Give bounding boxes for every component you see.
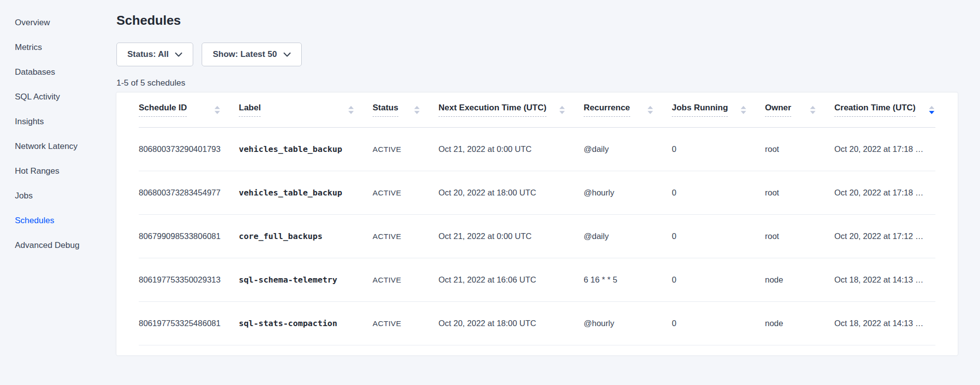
cell-creation-time: Oct 20, 2022 at 17:12 UTC <box>834 232 935 241</box>
table-row: 806800373283454977 vehicles_table_backup… <box>139 171 935 215</box>
cell-schedule-id: 806800373283454977 <box>139 188 239 197</box>
column-header-next-execution-time-utc[interactable]: Next Execution Time (UTC) <box>438 103 584 117</box>
sort-icon[interactable] <box>810 106 816 114</box>
results-count: 1-5 of 5 schedules <box>116 78 980 88</box>
cell-recurrence: @hourly <box>584 188 672 197</box>
cell-schedule-id: 806799098533806081 <box>139 232 239 241</box>
cell-recurrence: @hourly <box>584 319 672 328</box>
sort-icon[interactable] <box>559 106 565 114</box>
page-title: Schedules <box>116 13 980 28</box>
cell-recurrence: @daily <box>584 144 672 154</box>
sidebar-item-insights[interactable]: Insights <box>0 109 116 134</box>
table-row: 806799098533806081 core_full_backups ACT… <box>139 215 935 258</box>
cell-next-execution-time: Oct 20, 2022 at 18:00 UTC <box>438 188 584 197</box>
cell-creation-time: Oct 18, 2022 at 14:13 UTC <box>834 319 935 328</box>
table-row: 806197753325486081 sql-stats-compaction … <box>139 302 935 345</box>
cell-next-execution-time: Oct 20, 2022 at 18:00 UTC <box>438 319 584 328</box>
cell-jobs-running: 0 <box>672 275 765 285</box>
cell-next-execution-time: Oct 21, 2022 at 16:06 UTC <box>438 275 584 285</box>
cell-creation-time: Oct 20, 2022 at 17:18 UTC <box>834 188 935 197</box>
cell-owner: root <box>765 188 834 197</box>
column-header-status[interactable]: Status <box>373 103 438 117</box>
schedules-page: Schedules Status: All Show: Latest 50 1-… <box>116 0 980 355</box>
cell-status: ACTIVE <box>373 276 438 285</box>
cell-jobs-running: 0 <box>672 144 765 154</box>
sort-icon[interactable] <box>215 106 220 114</box>
sort-icon[interactable] <box>929 106 934 114</box>
sidebar-item-advanced-debug[interactable]: Advanced Debug <box>0 233 116 258</box>
chevron-down-icon <box>175 52 182 57</box>
column-header-label[interactable]: Label <box>239 103 373 117</box>
cell-creation-time: Oct 18, 2022 at 14:13 UTC <box>834 275 935 285</box>
column-header-recurrence[interactable]: Recurrence <box>584 103 672 117</box>
cell-status: ACTIVE <box>373 189 438 197</box>
sidebar-item-schedules[interactable]: Schedules <box>0 208 116 233</box>
filters-bar: Status: All Show: Latest 50 <box>116 43 980 66</box>
chevron-down-icon <box>283 52 291 57</box>
table-row: 806800373290401793 vehicles_table_backup… <box>139 128 935 171</box>
cell-status: ACTIVE <box>373 319 438 328</box>
show-filter-label: Show: Latest 50 <box>213 49 276 59</box>
cell-next-execution-time: Oct 21, 2022 at 0:00 UTC <box>438 144 584 154</box>
cell-label: vehicles_table_backup <box>239 144 373 154</box>
cell-recurrence: 6 16 * * 5 <box>584 275 672 285</box>
sidebar-item-sql-activity[interactable]: SQL Activity <box>0 85 116 109</box>
cell-owner: root <box>765 232 834 241</box>
schedules-table-card: Schedule ID Label Status Next Execution … <box>116 93 958 355</box>
cell-jobs-running: 0 <box>672 232 765 241</box>
cell-schedule-id: 806197753350029313 <box>139 275 239 285</box>
sort-icon[interactable] <box>648 106 653 114</box>
cell-schedule-id: 806197753325486081 <box>139 319 239 328</box>
show-filter-dropdown[interactable]: Show: Latest 50 <box>202 43 301 66</box>
cell-label: sql-schema-telemetry <box>239 275 373 285</box>
column-header-schedule-id[interactable]: Schedule ID <box>139 103 239 117</box>
sidebar-item-databases[interactable]: Databases <box>0 60 116 85</box>
table-row: 806197753350029313 sql-schema-telemetry … <box>139 258 935 302</box>
cell-owner: node <box>765 275 834 285</box>
cell-status: ACTIVE <box>373 145 438 154</box>
sidebar-item-overview[interactable]: Overview <box>0 10 116 35</box>
column-header-jobs-running[interactable]: Jobs Running <box>672 103 765 117</box>
sidebar-item-hot-ranges[interactable]: Hot Ranges <box>0 159 116 184</box>
sidebar: OverviewMetricsDatabasesSQL ActivityInsi… <box>0 0 116 258</box>
status-filter-dropdown[interactable]: Status: All <box>116 43 193 66</box>
sidebar-item-metrics[interactable]: Metrics <box>0 35 116 60</box>
cell-owner: node <box>765 319 834 328</box>
sort-icon[interactable] <box>414 106 420 114</box>
sidebar-item-network-latency[interactable]: Network Latency <box>0 134 116 159</box>
sidebar-item-jobs[interactable]: Jobs <box>0 184 116 208</box>
cell-owner: root <box>765 144 834 154</box>
cell-status: ACTIVE <box>373 232 438 241</box>
cell-creation-time: Oct 20, 2022 at 17:18 UTC <box>834 144 935 154</box>
column-header-owner[interactable]: Owner <box>765 103 834 117</box>
cell-next-execution-time: Oct 21, 2022 at 0:00 UTC <box>438 232 584 241</box>
column-header-creation-time-utc[interactable]: Creation Time (UTC) <box>834 103 935 117</box>
cell-jobs-running: 0 <box>672 188 765 197</box>
table-body: 806800373290401793 vehicles_table_backup… <box>139 128 935 345</box>
cell-label: core_full_backups <box>239 232 373 241</box>
cell-label: vehicles_table_backup <box>239 188 373 197</box>
cell-schedule-id: 806800373290401793 <box>139 144 239 154</box>
cell-jobs-running: 0 <box>672 319 765 328</box>
sort-icon[interactable] <box>741 106 746 114</box>
cell-label: sql-stats-compaction <box>239 319 373 328</box>
table-header-row: Schedule ID Label Status Next Execution … <box>139 93 935 128</box>
cell-recurrence: @daily <box>584 232 672 241</box>
sort-icon[interactable] <box>348 106 354 114</box>
status-filter-label: Status: All <box>127 49 168 59</box>
